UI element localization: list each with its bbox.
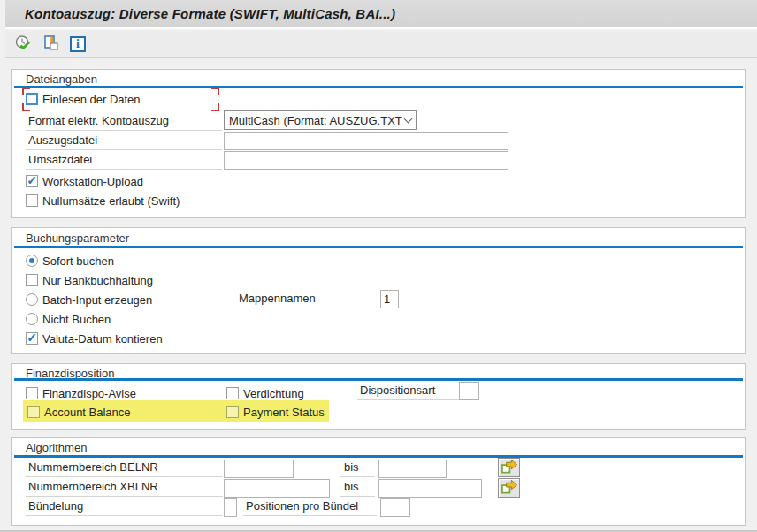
section-rule [14, 455, 743, 458]
section-rule [14, 378, 743, 381]
title-bar: Kontoauszug: Diverse Formate (SWIFT, Mul… [5, 0, 757, 29]
finanzdispo-avise-row: Finanzdispo-Avise [26, 386, 136, 400]
sofort-buchen-radio[interactable] [26, 255, 38, 267]
info-button[interactable]: i [67, 34, 88, 55]
account-balance-label: Account Balance [44, 406, 131, 419]
verdichtung-checkbox[interactable] [226, 387, 239, 399]
mappennamen-input[interactable] [380, 290, 399, 308]
format-dropdown[interactable]: MultiCash (Format: AUSZUG.TXT u… [224, 110, 417, 130]
auszugsdatei-input[interactable] [224, 132, 508, 150]
belnr-bis-label: bis [340, 459, 375, 477]
positionen-label: Positionen pro Bündel [243, 498, 377, 516]
einlesen-checkbox[interactable] [26, 93, 38, 105]
finanzdispo-avise-checkbox[interactable] [26, 387, 38, 399]
payment-status-row: Payment Status [226, 405, 325, 419]
xblnr-from-input[interactable] [224, 479, 330, 498]
xblnr-bis-label: bis [340, 478, 375, 497]
section-dateiangaben: Dateiangaben Einlesen der Daten Format e… [11, 69, 746, 218]
section-title-algorithmen: Algorithmen [26, 441, 87, 454]
account-balance-row: Account Balance [27, 405, 131, 419]
bracket-top-right-icon [211, 87, 219, 95]
payment-status-checkbox[interactable] [226, 406, 239, 418]
payment-status-label: Payment Status [243, 406, 325, 419]
nullumsaetze-row: Nullumsätze erlaubt (Swift) [26, 194, 180, 208]
section-rule [14, 246, 743, 248]
auszugsdatei-label: Auszugsdatei [26, 132, 222, 150]
bankbuchhaltung-checkbox[interactable] [26, 274, 38, 286]
section-title-dateiangaben: Dateiangaben [26, 72, 97, 86]
nullumsaetze-label: Nullumsätze erlaubt (Swift) [42, 194, 180, 208]
nicht-buchen-label: Nicht Buchen [42, 313, 111, 326]
valuta-row: Valuta-Datum kontieren [26, 331, 163, 346]
verdichtung-label: Verdichtung [243, 387, 304, 400]
batch-input-label: Batch-Input erzeugen [42, 293, 152, 307]
nicht-buchen-radio[interactable] [26, 313, 38, 325]
batch-input-row: Batch-Input erzeugen [26, 293, 152, 307]
chevron-down-icon [404, 114, 413, 123]
section-title-buchungsparameter: Buchungsparameter [26, 232, 129, 245]
multiple-selection-icon [500, 479, 518, 498]
format-label: Format elektr. Kontoauszug [26, 112, 222, 131]
einlesen-label: Einlesen der Daten [42, 93, 141, 106]
verdichtung-row: Verdichtung [226, 386, 304, 400]
dispositionsart-input[interactable] [459, 382, 479, 400]
section-algorithmen: Algorithmen Nummernbereich BELNR bis Num… [11, 437, 746, 526]
valuta-label: Valuta-Datum kontieren [42, 332, 163, 346]
get-variant-icon [42, 34, 59, 55]
xblnr-multiple-selection-button[interactable] [498, 478, 520, 498]
bankbuchhaltung-label: Nur Bankbuchhaltung [42, 274, 153, 287]
buendelung-input[interactable] [224, 498, 237, 517]
umsatzdatei-label: Umsatzdatei [26, 151, 222, 170]
format-dropdown-value: MultiCash (Format: AUSZUG.TXT u… [229, 114, 402, 127]
workstation-row: Workstation-Upload [26, 174, 143, 188]
dispositionsart-label: Dispositionsart [357, 382, 461, 400]
section-rule [14, 86, 743, 88]
account-balance-checkbox[interactable] [27, 406, 40, 418]
buendelung-label: Bündelung [26, 498, 223, 516]
umsatzdatei-input[interactable] [224, 151, 508, 170]
multiple-selection-icon [500, 459, 518, 477]
page-title: Kontoauszug: Diverse Formate (SWIFT, Mul… [25, 6, 395, 21]
nullumsaetze-checkbox[interactable] [26, 194, 38, 207]
sofort-buchen-row: Sofort buchen [26, 254, 114, 268]
positionen-input[interactable] [380, 498, 410, 517]
belnr-to-input[interactable] [378, 460, 447, 478]
belnr-from-input[interactable] [224, 460, 294, 478]
finanzdispo-avise-label: Finanzdispo-Avise [42, 387, 136, 400]
belnr-label: Nummernbereich BELNR [26, 459, 223, 477]
einlesen-row: Einlesen der Daten [26, 92, 141, 106]
execute-button[interactable] [12, 34, 34, 55]
workstation-upload-label: Workstation-Upload [42, 175, 143, 188]
bracket-bottom-right-icon [211, 103, 219, 111]
application-toolbar: i [5, 31, 757, 58]
sofort-buchen-label: Sofort buchen [42, 255, 114, 268]
bankbuchhaltung-row: Nur Bankbuchhaltung [26, 273, 153, 287]
section-buchungsparameter: Buchungsparameter Sofort buchen Nur Bank… [11, 227, 746, 354]
execute-icon [14, 34, 32, 55]
sap-window: Kontoauszug: Diverse Formate (SWIFT, Mul… [0, 0, 757, 532]
batch-input-radio[interactable] [26, 293, 38, 306]
belnr-multiple-selection-button[interactable] [498, 458, 520, 477]
valuta-checkbox[interactable] [26, 332, 38, 345]
mappennamen-label: Mappennamen [236, 290, 378, 308]
get-variant-button[interactable] [40, 34, 61, 55]
workstation-upload-checkbox[interactable] [26, 175, 38, 187]
xblnr-label: Nummernbereich XBLNR [26, 478, 223, 497]
nicht-buchen-row: Nicht Buchen [26, 312, 111, 326]
section-finanzdisposition: Finanzdisposition Finanzdispo-Avise Verd… [11, 363, 746, 430]
xblnr-to-input[interactable] [378, 479, 482, 498]
info-icon: i [70, 36, 86, 52]
